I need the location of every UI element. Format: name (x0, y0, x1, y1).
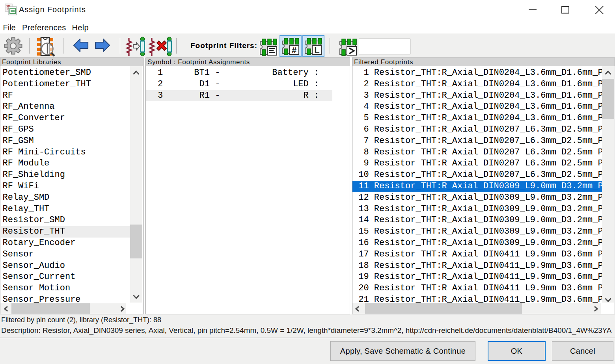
svg-text:L: L (314, 45, 319, 55)
svg-text:#: # (292, 45, 296, 55)
